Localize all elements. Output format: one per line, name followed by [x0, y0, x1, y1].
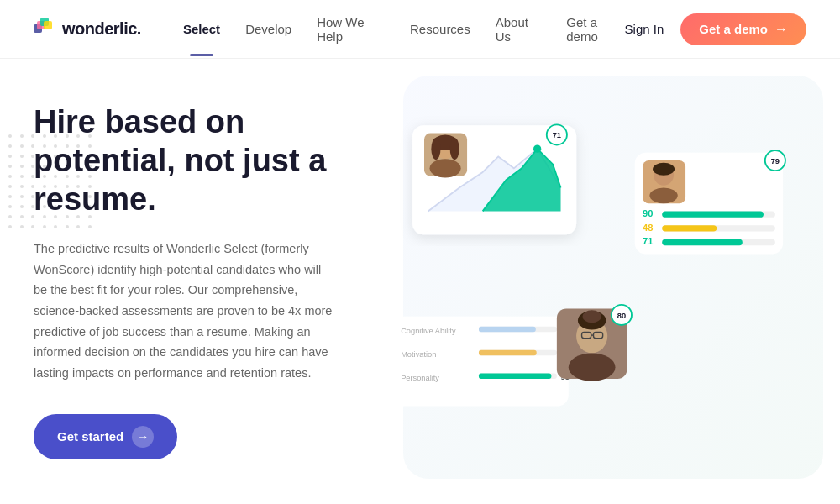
- nav-item-develop[interactable]: Develop: [245, 22, 291, 36]
- svg-rect-25: [662, 211, 764, 217]
- svg-rect-31: [662, 239, 743, 245]
- logo-icon: [34, 18, 57, 41]
- get-demo-button[interactable]: Get a demo →: [680, 13, 806, 45]
- svg-text:71: 71: [553, 131, 561, 139]
- svg-text:48: 48: [643, 223, 653, 233]
- button-arrow-icon: →: [132, 426, 154, 448]
- nav-item-resources[interactable]: Resources: [410, 22, 470, 36]
- svg-point-19: [649, 188, 677, 204]
- hero-illustration: 71 79: [370, 59, 806, 504]
- svg-text:80: 80: [617, 312, 626, 320]
- get-started-button[interactable]: Get started →: [34, 414, 177, 459]
- nav-actions: Sign In Get a demo →: [625, 13, 806, 45]
- svg-text:Cognitive Ability: Cognitive Ability: [401, 327, 456, 335]
- svg-rect-3: [44, 21, 52, 29]
- svg-text:90: 90: [643, 208, 653, 218]
- hero-body: The predictive results of Wonderlic Sele…: [34, 239, 336, 383]
- svg-point-14: [431, 138, 440, 160]
- svg-text:Motivation: Motivation: [401, 350, 436, 359]
- svg-point-12: [430, 159, 461, 177]
- svg-text:Personality: Personality: [401, 374, 439, 382]
- svg-rect-39: [479, 350, 537, 356]
- svg-point-52: [583, 310, 601, 323]
- svg-point-47: [569, 353, 616, 381]
- sign-in-button[interactable]: Sign In: [625, 22, 664, 36]
- svg-point-7: [533, 145, 541, 153]
- svg-text:79: 79: [771, 157, 780, 165]
- svg-rect-35: [479, 327, 536, 333]
- svg-text:71: 71: [643, 236, 653, 246]
- hero-section: for(let i=0;i<80;i++) document.write('<d…: [0, 59, 840, 504]
- arrow-icon: →: [774, 22, 788, 37]
- nav-item-about-us[interactable]: About Us: [496, 15, 542, 44]
- hero-left: Hire based on potential, not just a resu…: [34, 59, 370, 504]
- svg-rect-28: [662, 225, 717, 231]
- svg-point-20: [653, 163, 675, 176]
- nav-item-get-a-demo[interactable]: Get a demo: [566, 15, 624, 44]
- nav-links: Select Develop How We Help Resources Abo…: [183, 15, 625, 44]
- logo[interactable]: wonderlic.: [34, 18, 141, 41]
- illustration-svg: 71 79: [370, 59, 806, 504]
- brand-name: wonderlic.: [62, 19, 141, 39]
- svg-point-15: [450, 138, 459, 160]
- hero-title: Hire based on potential, not just a resu…: [34, 103, 353, 218]
- nav-item-how-we-help[interactable]: How We Help: [317, 15, 385, 44]
- nav-item-select[interactable]: Select: [183, 22, 220, 36]
- svg-rect-43: [479, 374, 551, 380]
- navbar: wonderlic. Select Develop How We Help Re…: [0, 0, 840, 59]
